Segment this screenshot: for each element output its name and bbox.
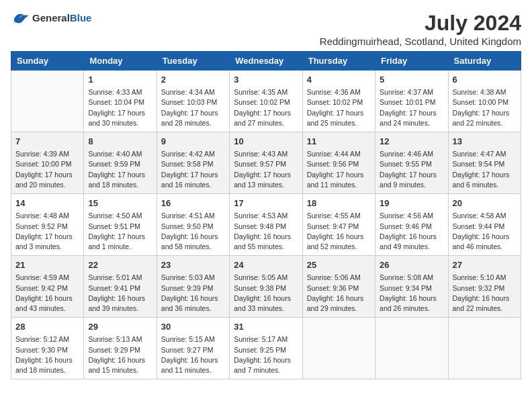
day-info: Sunrise: 4:58 AM Sunset: 9:44 PM Dayligh… [453, 211, 517, 252]
calendar-cell: 1Sunrise: 4:33 AM Sunset: 10:04 PM Dayli… [84, 71, 157, 132]
calendar-cell [448, 318, 521, 379]
calendar-cell: 2Sunrise: 4:34 AM Sunset: 10:03 PM Dayli… [157, 71, 229, 132]
page-header: GeneralBlue July 2024 Reddingmuirhead, S… [11, 11, 521, 47]
day-number: 6 [453, 74, 517, 86]
day-number: 11 [307, 136, 371, 148]
calendar-cell: 13Sunrise: 4:47 AM Sunset: 9:54 PM Dayli… [448, 132, 521, 194]
col-header-monday: Monday [84, 52, 157, 71]
day-info: Sunrise: 5:03 AM Sunset: 9:39 PM Dayligh… [161, 273, 225, 314]
day-number: 29 [88, 321, 152, 333]
calendar-cell: 9Sunrise: 4:42 AM Sunset: 9:58 PM Daylig… [157, 132, 229, 194]
day-info: Sunrise: 4:37 AM Sunset: 10:01 PM Daylig… [380, 87, 443, 128]
col-header-thursday: Thursday [302, 52, 375, 71]
day-info: Sunrise: 5:12 AM Sunset: 9:30 PM Dayligh… [15, 334, 79, 375]
calendar-cell: 5Sunrise: 4:37 AM Sunset: 10:01 PM Dayli… [375, 71, 448, 132]
day-number: 31 [234, 321, 298, 333]
day-info: Sunrise: 4:47 AM Sunset: 9:54 PM Dayligh… [453, 149, 517, 190]
calendar-cell: 26Sunrise: 5:08 AM Sunset: 9:34 PM Dayli… [375, 256, 448, 318]
day-number: 2 [161, 74, 225, 86]
col-header-sunday: Sunday [11, 52, 84, 71]
day-number: 5 [380, 74, 443, 86]
day-number: 1 [88, 74, 152, 86]
calendar-cell: 7Sunrise: 4:39 AM Sunset: 10:00 PM Dayli… [11, 132, 84, 194]
day-number: 12 [380, 136, 443, 148]
day-info: Sunrise: 4:56 AM Sunset: 9:46 PM Dayligh… [380, 211, 443, 252]
calendar-cell: 4Sunrise: 4:36 AM Sunset: 10:02 PM Dayli… [302, 71, 375, 132]
week-row-2: 7Sunrise: 4:39 AM Sunset: 10:00 PM Dayli… [11, 132, 521, 194]
day-number: 8 [88, 136, 152, 148]
day-number: 26 [380, 259, 443, 271]
day-info: Sunrise: 4:48 AM Sunset: 9:52 PM Dayligh… [15, 211, 79, 252]
day-number: 3 [234, 74, 298, 86]
calendar-cell [11, 71, 84, 132]
calendar-cell: 11Sunrise: 4:44 AM Sunset: 9:56 PM Dayli… [302, 132, 375, 194]
day-info: Sunrise: 4:55 AM Sunset: 9:47 PM Dayligh… [307, 211, 371, 252]
day-number: 30 [161, 321, 225, 333]
col-header-friday: Friday [375, 52, 448, 71]
day-info: Sunrise: 4:50 AM Sunset: 9:51 PM Dayligh… [88, 211, 152, 252]
location-title: Reddingmuirhead, Scotland, United Kingdo… [320, 36, 521, 47]
calendar-cell: 31Sunrise: 5:17 AM Sunset: 9:25 PM Dayli… [230, 318, 302, 379]
day-info: Sunrise: 4:51 AM Sunset: 9:50 PM Dayligh… [161, 211, 225, 252]
calendar-cell: 20Sunrise: 4:58 AM Sunset: 9:44 PM Dayli… [448, 194, 521, 256]
day-info: Sunrise: 4:46 AM Sunset: 9:55 PM Dayligh… [380, 149, 443, 190]
day-info: Sunrise: 5:13 AM Sunset: 9:29 PM Dayligh… [88, 334, 152, 375]
logo: GeneralBlue [11, 11, 91, 26]
calendar-cell: 23Sunrise: 5:03 AM Sunset: 9:39 PM Dayli… [157, 256, 229, 318]
calendar-cell: 29Sunrise: 5:13 AM Sunset: 9:29 PM Dayli… [84, 318, 157, 379]
day-info: Sunrise: 4:34 AM Sunset: 10:03 PM Daylig… [161, 87, 225, 128]
day-number: 22 [88, 259, 152, 271]
calendar-cell: 18Sunrise: 4:55 AM Sunset: 9:47 PM Dayli… [302, 194, 375, 256]
day-number: 19 [380, 197, 443, 210]
calendar-header-row: SundayMondayTuesdayWednesdayThursdayFrid… [11, 52, 521, 71]
day-info: Sunrise: 4:38 AM Sunset: 10:00 PM Daylig… [453, 87, 517, 128]
calendar-cell: 25Sunrise: 5:06 AM Sunset: 9:36 PM Dayli… [302, 256, 375, 318]
calendar-cell [302, 318, 375, 379]
calendar-table: SundayMondayTuesdayWednesdayThursdayFrid… [11, 51, 521, 379]
day-info: Sunrise: 4:42 AM Sunset: 9:58 PM Dayligh… [161, 149, 225, 190]
day-number: 21 [15, 259, 79, 271]
day-number: 15 [88, 197, 152, 210]
calendar-cell [375, 318, 448, 379]
day-info: Sunrise: 5:08 AM Sunset: 9:34 PM Dayligh… [380, 273, 443, 314]
day-number: 18 [307, 197, 371, 210]
col-header-saturday: Saturday [448, 52, 521, 71]
day-info: Sunrise: 4:36 AM Sunset: 10:02 PM Daylig… [307, 87, 371, 128]
day-number: 28 [15, 321, 79, 333]
day-info: Sunrise: 4:40 AM Sunset: 9:59 PM Dayligh… [88, 149, 152, 190]
day-number: 14 [15, 197, 79, 210]
calendar-cell: 28Sunrise: 5:12 AM Sunset: 9:30 PM Dayli… [11, 318, 84, 379]
day-number: 23 [161, 259, 225, 271]
week-row-5: 28Sunrise: 5:12 AM Sunset: 9:30 PM Dayli… [11, 318, 521, 379]
day-info: Sunrise: 4:35 AM Sunset: 10:02 PM Daylig… [234, 87, 298, 128]
calendar-cell: 30Sunrise: 5:15 AM Sunset: 9:27 PM Dayli… [157, 318, 229, 379]
week-row-3: 14Sunrise: 4:48 AM Sunset: 9:52 PM Dayli… [11, 194, 521, 256]
week-row-1: 1Sunrise: 4:33 AM Sunset: 10:04 PM Dayli… [11, 71, 521, 132]
logo-bird-icon [11, 11, 30, 26]
calendar-cell: 15Sunrise: 4:50 AM Sunset: 9:51 PM Dayli… [84, 194, 157, 256]
day-number: 10 [234, 136, 298, 148]
day-number: 17 [234, 197, 298, 210]
calendar-cell: 22Sunrise: 5:01 AM Sunset: 9:41 PM Dayli… [84, 256, 157, 318]
calendar-cell: 24Sunrise: 5:05 AM Sunset: 9:38 PM Dayli… [230, 256, 302, 318]
calendar-cell: 16Sunrise: 4:51 AM Sunset: 9:50 PM Dayli… [157, 194, 229, 256]
calendar-cell: 14Sunrise: 4:48 AM Sunset: 9:52 PM Dayli… [11, 194, 84, 256]
calendar-cell: 17Sunrise: 4:53 AM Sunset: 9:48 PM Dayli… [230, 194, 302, 256]
calendar-cell: 19Sunrise: 4:56 AM Sunset: 9:46 PM Dayli… [375, 194, 448, 256]
month-title: July 2024 [320, 11, 521, 36]
title-area: July 2024 Reddingmuirhead, Scotland, Uni… [320, 11, 521, 47]
day-info: Sunrise: 4:33 AM Sunset: 10:04 PM Daylig… [88, 87, 152, 128]
day-number: 25 [307, 259, 371, 271]
day-number: 9 [161, 136, 225, 148]
day-number: 13 [453, 136, 517, 148]
day-info: Sunrise: 5:01 AM Sunset: 9:41 PM Dayligh… [88, 273, 152, 314]
col-header-wednesday: Wednesday [230, 52, 302, 71]
day-info: Sunrise: 5:06 AM Sunset: 9:36 PM Dayligh… [307, 273, 371, 314]
calendar-cell: 6Sunrise: 4:38 AM Sunset: 10:00 PM Dayli… [448, 71, 521, 132]
col-header-tuesday: Tuesday [157, 52, 229, 71]
calendar-cell: 27Sunrise: 5:10 AM Sunset: 9:32 PM Dayli… [448, 256, 521, 318]
day-number: 7 [15, 136, 79, 148]
day-info: Sunrise: 4:53 AM Sunset: 9:48 PM Dayligh… [234, 211, 298, 252]
day-info: Sunrise: 4:44 AM Sunset: 9:56 PM Dayligh… [307, 149, 371, 190]
calendar-cell: 21Sunrise: 4:59 AM Sunset: 9:42 PM Dayli… [11, 256, 84, 318]
